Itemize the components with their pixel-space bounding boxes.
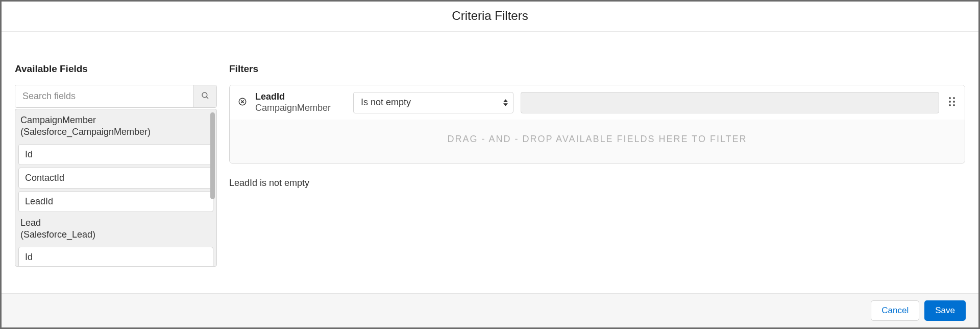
cancel-button[interactable]: Cancel xyxy=(871,300,919,321)
field-item-lead-id[interactable]: Id xyxy=(18,247,213,267)
svg-point-11 xyxy=(949,104,951,106)
svg-marker-6 xyxy=(503,103,508,106)
drop-zone-hint: DRAG - AND - DROP AVAILABLE FIELDS HERE … xyxy=(447,134,747,144)
sort-caret-icon xyxy=(503,99,508,106)
filter-summary: LeadId is not empty xyxy=(229,178,965,189)
filter-field-label: LeadId CampaignMember xyxy=(255,91,346,113)
svg-point-12 xyxy=(953,104,955,106)
remove-filter-button[interactable] xyxy=(237,97,248,108)
available-fields-title: Available Fields xyxy=(15,63,217,75)
svg-point-10 xyxy=(953,101,955,103)
available-fields-panel: Available Fields CampaignMember (Salesfo… xyxy=(15,63,217,293)
modal-header: Criteria Filters xyxy=(2,2,978,32)
filter-field-name: LeadId xyxy=(255,91,346,103)
search-icon xyxy=(201,91,210,102)
field-item-contactid[interactable]: ContactId xyxy=(18,168,213,189)
field-group-header: Lead (Salesforce_Lead) xyxy=(18,212,213,244)
group-label: Lead xyxy=(20,217,211,229)
modal-body: Available Fields CampaignMember (Salesfo… xyxy=(2,32,978,293)
available-fields-list[interactable]: CampaignMember (Salesforce_CampaignMembe… xyxy=(15,109,217,267)
group-label: CampaignMember xyxy=(20,114,211,126)
drop-zone[interactable]: DRAG - AND - DROP AVAILABLE FIELDS HERE … xyxy=(230,120,965,163)
filters-title: Filters xyxy=(229,63,965,75)
svg-marker-5 xyxy=(503,99,508,102)
svg-point-0 xyxy=(202,92,207,98)
field-group-header: CampaignMember (Salesforce_CampaignMembe… xyxy=(18,109,213,142)
search-row xyxy=(15,85,217,108)
modal-title: Criteria Filters xyxy=(2,9,978,23)
drag-handle-icon xyxy=(948,97,955,109)
filter-row: LeadId CampaignMember Is not empty xyxy=(230,85,965,120)
svg-line-1 xyxy=(206,97,208,99)
save-button[interactable]: Save xyxy=(924,300,966,321)
group-sublabel: (Salesforce_Lead) xyxy=(20,229,211,241)
filter-value-input xyxy=(521,92,939,113)
filter-field-object: CampaignMember xyxy=(255,103,346,114)
search-button[interactable] xyxy=(193,85,216,107)
search-input[interactable] xyxy=(15,85,193,107)
scrollbar[interactable] xyxy=(210,112,215,199)
close-circle-icon xyxy=(238,97,247,108)
filters-panel: Filters LeadId CampaignMember xyxy=(229,63,965,293)
svg-point-8 xyxy=(953,97,955,99)
operator-select[interactable]: Is not empty xyxy=(353,92,513,113)
field-item-id[interactable]: Id xyxy=(18,144,213,165)
field-item-leadid[interactable]: LeadId xyxy=(18,191,213,212)
svg-point-9 xyxy=(949,101,951,103)
modal-footer: Cancel Save xyxy=(2,293,978,327)
group-sublabel: (Salesforce_CampaignMember) xyxy=(20,126,211,138)
criteria-filters-modal: Criteria Filters Available Fields xyxy=(0,0,980,329)
filters-container: LeadId CampaignMember Is not empty xyxy=(229,85,965,163)
operator-selected-label: Is not empty xyxy=(361,97,411,108)
drag-handle[interactable] xyxy=(946,97,958,109)
svg-point-7 xyxy=(949,97,951,99)
